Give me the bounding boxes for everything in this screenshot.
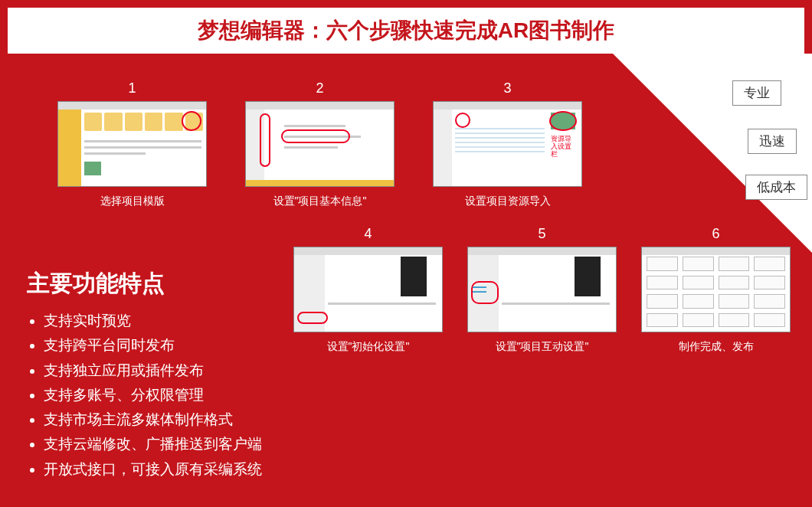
list-item: 支持跨平台同时发布 — [44, 333, 262, 358]
step-5: 5 ▬▬▬▬▬▬ 设置"项目互动设置" — [467, 226, 617, 354]
tag-fast: 迅速 — [748, 129, 797, 154]
list-item: 开放式接口，可接入原有采编系统 — [44, 457, 262, 482]
screenshot-5: ▬▬▬▬▬▬ — [467, 247, 617, 332]
features-list: 支持实时预览 支持跨平台同时发布 支持独立应用或插件发布 支持多账号、分权限管理… — [27, 309, 262, 482]
step-4: 4 设置"初始化设置" — [293, 226, 443, 354]
list-item: 支持云端修改、广播推送到客户端 — [44, 432, 262, 456]
screenshot-4 — [293, 247, 443, 332]
step-1: 1 选择项目模版 — [57, 80, 207, 208]
step-num: 4 — [293, 226, 443, 242]
title-bar: 梦想编辑器：六个步骤快速完成AR图书制作 — [8, 8, 804, 54]
screenshot-3: 资源导 入设置 栏 — [433, 101, 582, 187]
step-6: 6 制作完成、发布 — [641, 226, 791, 354]
features-title: 主要功能特点 — [27, 268, 262, 299]
features-section: 主要功能特点 支持实时预览 支持跨平台同时发布 支持独立应用或插件发布 支持多账… — [27, 268, 262, 482]
screenshot-1 — [57, 101, 207, 187]
step-num: 5 — [467, 226, 617, 242]
step-2: 2 设置"项目基本信息" — [245, 80, 395, 208]
steps-row-2: 4 设置"初始化设置" 5 ▬▬▬▬▬▬ 设置"项目互动设置" 6 — [293, 226, 791, 354]
step-caption: 设置"初始化设置" — [293, 340, 443, 354]
step-num: 2 — [245, 80, 395, 96]
step-caption: 设置"项目基本信息" — [245, 195, 395, 208]
screenshot-2 — [245, 101, 395, 187]
step-num: 3 — [433, 80, 582, 96]
step-caption: 设置项目资源导入 — [433, 195, 582, 208]
annotation-text: 资源导 入设置 栏 — [551, 136, 578, 159]
step-caption: 制作完成、发布 — [641, 340, 791, 354]
list-item: 支持多账号、分权限管理 — [44, 383, 262, 407]
list-item: 支持市场主流多媒体制作格式 — [44, 407, 262, 432]
list-item: 支持独立应用或插件发布 — [44, 358, 262, 383]
page-title: 梦想编辑器：六个步骤快速完成AR图书制作 — [198, 16, 614, 45]
step-3: 3 资源导 入设置 栏 设置项目资源导入 — [433, 80, 582, 208]
step-caption: 选择项目模版 — [57, 195, 207, 208]
screenshot-6 — [641, 247, 791, 332]
tag-lowcost: 低成本 — [745, 175, 807, 200]
step-num: 1 — [57, 80, 207, 96]
step-num: 6 — [641, 226, 791, 242]
steps-row-1: 1 选择项目模版 2 设置"项目基本信息" 3 — [57, 80, 582, 208]
list-item: 支持实时预览 — [44, 309, 262, 333]
tag-professional: 专业 — [732, 80, 781, 106]
step-caption: 设置"项目互动设置" — [467, 340, 617, 354]
